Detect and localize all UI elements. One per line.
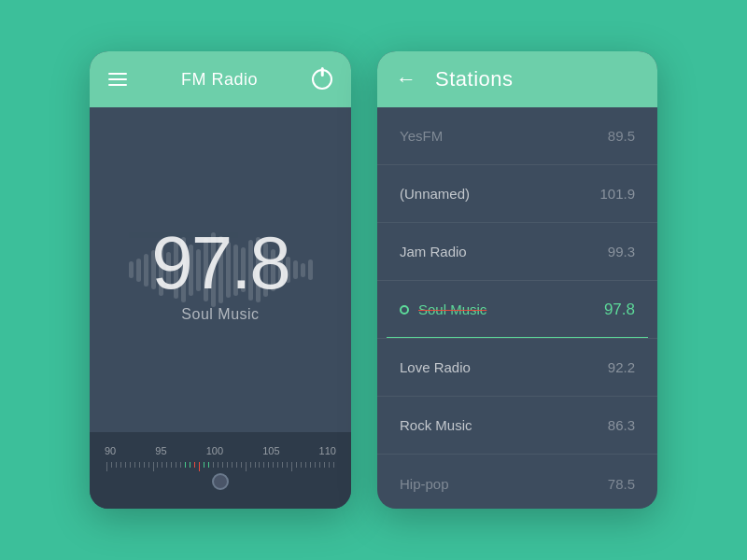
station-list-item[interactable]: YesFM89.5 — [377, 107, 657, 165]
tuner-scale-label: 90 — [105, 445, 116, 456]
back-button[interactable]: ← — [396, 69, 416, 90]
tick-mark — [166, 462, 167, 468]
stations-header: ← Stations — [377, 51, 657, 107]
eq-bar — [136, 259, 141, 282]
station-name: Love Radio — [400, 359, 471, 375]
eq-bar — [144, 254, 148, 287]
tick-mark — [301, 462, 302, 468]
tick-mark — [310, 462, 311, 468]
station-frequency: 92.2 — [608, 359, 635, 375]
fm-radio-card: FM Radio 97.8 Soul Music 9095100105110 — [90, 51, 351, 509]
tick-mark — [130, 462, 131, 468]
tick-mark — [171, 462, 172, 468]
tick-mark — [125, 462, 126, 468]
frequency-display: 97.8 Soul Music — [151, 226, 289, 323]
tuner-scale-label: 110 — [319, 445, 336, 456]
eq-bar — [308, 259, 313, 280]
tick-mark — [315, 462, 316, 468]
station-item-left: Rock Music — [400, 417, 472, 433]
tick-mark — [213, 462, 214, 468]
station-name: Jam Radio — [400, 244, 467, 259]
tuner-scale: 9095100105110 — [105, 445, 336, 456]
tuner-scale-label: 105 — [262, 445, 279, 456]
tick-mark — [319, 462, 320, 468]
tick-mark — [305, 462, 306, 468]
power-button[interactable] — [312, 69, 332, 90]
station-item-left: Hip-pop — [400, 476, 449, 492]
station-name: (Unnamed) — [400, 186, 470, 202]
tick-mark — [148, 462, 149, 468]
tick-mark — [180, 462, 181, 468]
station-item-left: (Unnamed) — [400, 186, 470, 202]
tick-mark — [208, 462, 209, 468]
tick-mark — [263, 462, 264, 468]
current-station-name: Soul Music — [151, 306, 289, 323]
tick-mark — [268, 462, 269, 468]
station-list-item[interactable]: (Unnamed)101.9 — [377, 165, 657, 223]
tick-mark — [287, 462, 288, 468]
station-frequency: 86.3 — [608, 417, 635, 433]
station-list-item[interactable]: Hip-pop78.5 — [377, 455, 657, 509]
needle-circle[interactable] — [212, 473, 229, 490]
station-list-item[interactable]: Jam Radio99.3 — [377, 223, 657, 281]
tick-mark — [162, 462, 162, 468]
tick-mark — [120, 462, 121, 468]
tick-mark — [153, 462, 154, 471]
fm-radio-display: 97.8 Soul Music — [90, 107, 351, 432]
tuner-track — [105, 462, 336, 490]
stations-card: ← Stations YesFM89.5(Unnamed)101.9Jam Ra… — [377, 51, 657, 509]
station-name: Hip-pop — [400, 476, 449, 492]
tick-mark — [282, 462, 283, 468]
station-frequency: 89.5 — [608, 128, 635, 144]
tick-mark — [139, 462, 140, 468]
tick-mark — [176, 462, 176, 468]
station-frequency: 101.9 — [599, 186, 635, 202]
station-list-item[interactable]: Soul Music97.8 — [377, 281, 657, 339]
tick-mark — [116, 462, 117, 468]
station-name: Rock Music — [400, 417, 472, 433]
eq-bar — [293, 260, 298, 279]
tick-mark — [106, 462, 107, 471]
fm-tuner: 9095100105110 — [90, 432, 351, 509]
tick-mark — [246, 462, 247, 471]
tick-mark — [259, 462, 260, 468]
tick-mark — [232, 462, 233, 468]
tick-mark — [333, 462, 334, 468]
station-item-left: Love Radio — [400, 359, 471, 375]
tick-mark — [324, 462, 325, 468]
stations-list: YesFM89.5(Unnamed)101.9Jam Radio99.3Soul… — [377, 107, 657, 509]
station-name: Soul Music — [418, 301, 486, 317]
station-list-item[interactable]: Rock Music86.3 — [377, 397, 657, 455]
tick-mark — [185, 462, 186, 468]
fm-radio-header: FM Radio — [90, 51, 351, 107]
tick-mark — [255, 462, 256, 468]
frequency-number: 97.8 — [151, 226, 289, 301]
tick-mark — [134, 462, 135, 468]
tick-mark — [218, 462, 218, 468]
station-frequency: 97.8 — [604, 301, 635, 319]
eq-bar — [301, 263, 305, 277]
station-item-left: YesFM — [400, 128, 443, 144]
station-item-left: Soul Music — [400, 301, 486, 317]
station-frequency: 78.5 — [608, 476, 635, 492]
tuner-scale-label: 95 — [155, 445, 166, 456]
tick-mark — [291, 462, 292, 471]
tick-mark — [190, 462, 190, 468]
tick-mark — [199, 462, 200, 471]
tuner-needle[interactable] — [212, 473, 229, 490]
stations-title: Stations — [435, 67, 514, 91]
station-name: YesFM — [400, 128, 443, 144]
tick-mark — [236, 462, 237, 468]
station-list-item[interactable]: Love Radio92.2 — [377, 339, 657, 397]
tick-mark — [296, 462, 297, 468]
fm-radio-title: FM Radio — [181, 70, 258, 90]
tick-mark — [194, 462, 195, 468]
tick-mark — [157, 462, 158, 468]
menu-icon[interactable] — [108, 73, 127, 86]
tick-mark — [111, 462, 112, 468]
tuner-scale-label: 100 — [206, 445, 223, 456]
tick-mark — [204, 462, 204, 468]
tick-mark — [250, 462, 251, 468]
tick-mark — [227, 462, 228, 468]
tick-mark — [241, 462, 242, 468]
